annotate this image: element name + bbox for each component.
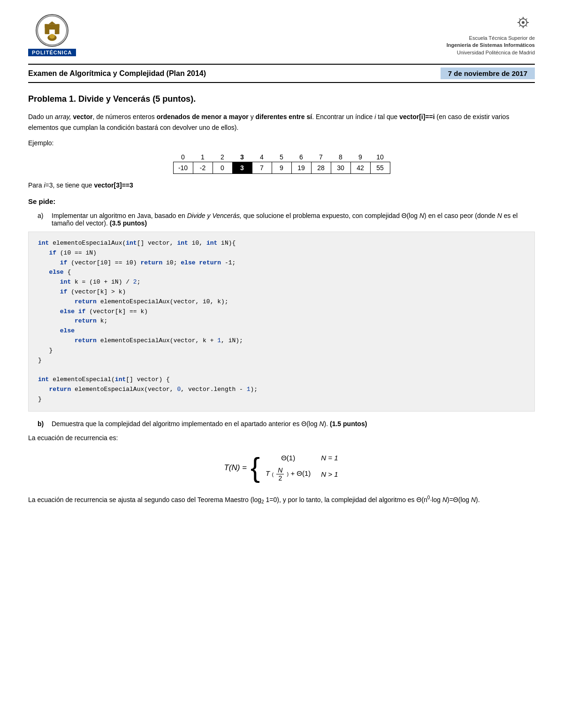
- part-b: b) Demuestra que la complejidad del algo…: [38, 420, 535, 428]
- part-a: a) Implementar un algoritmo en Java, bas…: [38, 212, 535, 227]
- index-cell: 2: [213, 152, 232, 162]
- index-row: 0 1 2 3 4 5 6 7 8 9 10: [173, 152, 390, 162]
- part-a-letter: a): [38, 212, 52, 219]
- part-b-text: Demuestra que la complejidad del algorit…: [52, 420, 367, 428]
- svg-rect-2: [45, 24, 47, 28]
- case-2-cond: N > 1: [321, 465, 338, 484]
- svg-line-19: [519, 25, 521, 27]
- index-cell: 6: [291, 152, 311, 162]
- value-row: -10 -2 0 3 7 9 19 28 30 42 55: [173, 162, 390, 173]
- array-table: 0 1 2 3 4 5 6 7 8 9 10 -10 -2 0 3 7 9 19…: [173, 152, 390, 174]
- part-b-letter: b): [38, 420, 52, 428]
- value-cell: -2: [193, 162, 213, 173]
- cases-table: Θ(1) N = 1 T ( N 2 ) + Θ(1) N > 1: [263, 451, 339, 485]
- header: POLITÉCNICA: [28, 14, 535, 60]
- case-row-2: T ( N 2 ) + Θ(1) N > 1: [264, 465, 338, 484]
- index-cell: 10: [370, 152, 390, 162]
- index-cell: 1: [193, 152, 213, 162]
- svg-rect-3: [51, 24, 53, 28]
- index-cell: 5: [272, 152, 291, 162]
- value-cell: 9: [272, 162, 291, 173]
- problem-heading: Problema 1. Divide y Vencerás (5 puntos)…: [28, 94, 535, 104]
- index-cell: 0: [173, 152, 193, 162]
- case-1-expr: Θ(1): [264, 452, 320, 464]
- recurrence-intro: La ecuación de recurrencia es:: [28, 434, 535, 442]
- politecnica-label: POLITÉCNICA: [28, 49, 76, 56]
- svg-point-11: [522, 21, 525, 24]
- logo-left: POLITÉCNICA: [28, 14, 76, 56]
- value-cell: 42: [350, 162, 370, 173]
- case-1-cond: N = 1: [321, 452, 338, 464]
- svg-line-17: [526, 25, 527, 27]
- value-cell: 28: [311, 162, 331, 173]
- svg-line-16: [519, 19, 521, 20]
- value-cell: 7: [252, 162, 272, 173]
- value-cell: -10: [173, 162, 193, 173]
- problem-description: Dado un array, vector, de números entero…: [28, 112, 535, 133]
- se-pide-heading: Se pide:: [28, 197, 535, 205]
- exam-title: Examen de Algorítmica y Complejidad (Pla…: [28, 69, 206, 78]
- index-cell: 8: [331, 152, 350, 162]
- code-block: int elementoEspecialAux(int[] vector, in…: [28, 232, 535, 412]
- value-cell: 55: [370, 162, 390, 173]
- conclusion-text: La ecuación de recurrencia se ajusta al …: [28, 494, 535, 506]
- case-row-1: Θ(1) N = 1: [264, 452, 338, 464]
- logo-right: Escuela Técnica Superior de Ingeniería d…: [447, 14, 535, 56]
- left-brace: {: [251, 454, 260, 482]
- case-2-expr: T ( N 2 ) + Θ(1): [264, 465, 320, 484]
- exam-date: 7 de noviembre de 2017: [441, 68, 535, 79]
- school-name: Escuela Técnica Superior de Ingeniería d…: [447, 35, 535, 56]
- index-cell-bold: 3: [232, 152, 252, 162]
- svg-line-18: [526, 19, 527, 20]
- school-icon: [511, 14, 535, 33]
- array-table-wrapper: 0 1 2 3 4 5 6 7 8 9 10 -10 -2 0 3 7 9 19…: [28, 152, 535, 174]
- value-cell: 30: [331, 162, 350, 173]
- recurrence-equation: T(N) = { Θ(1) N = 1 T ( N 2 ) + Θ(1: [28, 451, 535, 485]
- svg-rect-4: [56, 24, 59, 28]
- svg-rect-6: [49, 30, 55, 34]
- index-cell: 9: [350, 152, 370, 162]
- example-label: Ejemplo:: [28, 139, 535, 147]
- value-cell-highlighted: 3: [232, 162, 252, 173]
- title-bar: Examen de Algorítmica y Complejidad (Pla…: [28, 64, 535, 83]
- index-cell: 4: [252, 152, 272, 162]
- for-i-text: Para i=3, se tiene que vector[3]==3: [28, 181, 535, 189]
- value-cell: 0: [213, 162, 232, 173]
- svg-point-9: [49, 34, 55, 39]
- svg-marker-7: [48, 22, 56, 24]
- index-cell: 7: [311, 152, 331, 162]
- math-lhs: T(N) =: [224, 463, 247, 473]
- university-logo: [36, 14, 68, 47]
- page: POLITÉCNICA: [0, 0, 563, 728]
- value-cell: 19: [291, 162, 311, 173]
- part-a-text: Implementar un algoritmo en Java, basado…: [52, 212, 535, 227]
